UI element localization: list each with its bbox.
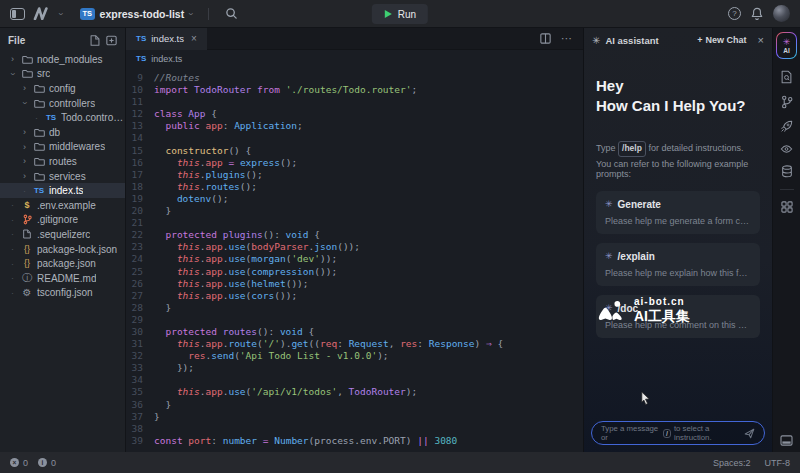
line-number: 36 <box>126 399 154 411</box>
database-icon[interactable] <box>781 165 793 178</box>
chevron-icon: › <box>20 156 29 166</box>
bottom-panel-icon[interactable] <box>780 435 793 446</box>
tree-item[interactable]: ·TSTodo.controller.ts <box>0 110 125 125</box>
line-number: 26 <box>126 278 154 290</box>
json-file-icon: {} <box>24 259 30 268</box>
tree-item[interactable]: ›middlewares <box>0 140 125 155</box>
file-status-dot: · <box>8 259 17 269</box>
ai-sparkle-icon: ✳ <box>783 37 791 47</box>
code-line: 23 this.app.use(bodyParser.json()); <box>126 241 583 253</box>
play-icon <box>384 9 393 19</box>
ai-prompts-intro: You can refer to the following example p… <box>596 159 760 179</box>
prompt-card[interactable]: ✳/explainPlease help me explain how this… <box>596 243 760 286</box>
tab-close-icon[interactable]: × <box>191 33 197 44</box>
folder-icon <box>33 99 45 108</box>
line-number: 38 <box>126 423 154 435</box>
tree-item[interactable]: ›db <box>0 125 125 140</box>
send-icon[interactable] <box>744 428 755 439</box>
code-line: 25 this.app.use(compression()); <box>126 266 583 278</box>
tree-item[interactable]: ·TSindex.ts <box>0 183 125 198</box>
tree-item-label: middlewares <box>49 141 105 152</box>
watermark-name: AI工具集 <box>634 308 690 326</box>
breadcrumb-file: index.ts <box>151 54 182 64</box>
line-number: 32 <box>126 350 154 362</box>
help-icon[interactable]: ? <box>728 7 741 20</box>
tree-item[interactable]: ›routes <box>0 154 125 169</box>
tab-index-ts[interactable]: TS index.ts × <box>126 28 207 50</box>
sidebar-toggle-icon[interactable] <box>10 8 25 20</box>
file-type-icon: TS <box>33 186 45 195</box>
tree-item-label: db <box>49 127 60 138</box>
git-branch-icon[interactable] <box>781 95 793 109</box>
tree-item-label: package-lock.json <box>37 244 117 255</box>
line-number: 9 <box>126 72 154 84</box>
watermark-domain: ai-bot.cn <box>634 296 690 307</box>
help-hint-pre: Type <box>596 143 616 153</box>
tree-item[interactable]: ·.sequelizerc <box>0 227 125 242</box>
chevron-icon: › <box>8 54 17 64</box>
project-switcher[interactable]: TS express-todo-list › <box>80 8 192 20</box>
code-line: 36 } <box>126 399 583 411</box>
chevron-icon: › <box>20 127 29 137</box>
chevron-icon: › <box>20 171 29 181</box>
divider <box>208 8 209 20</box>
input-placeholder-pre: Type a message or <box>601 424 660 442</box>
slash-kbd: / <box>663 429 671 438</box>
sidebar-title: File <box>8 35 25 46</box>
indentation-setting[interactable]: Spaces:2 <box>713 458 751 468</box>
preview-eye-icon[interactable] <box>780 144 793 154</box>
code-line: 37} <box>126 411 583 423</box>
new-file-icon[interactable] <box>90 35 100 46</box>
chevron-icon: › <box>20 83 29 93</box>
breadcrumb[interactable]: TS index.ts <box>126 50 583 67</box>
tree-item[interactable]: ›node_modules <box>0 52 125 67</box>
tree-item[interactable]: ·{}package-lock.json <box>0 242 125 257</box>
user-avatar[interactable] <box>773 5 790 22</box>
code-line: 20 } <box>126 205 583 217</box>
line-number: 19 <box>126 193 154 205</box>
plus-icon: + <box>697 35 702 45</box>
tree-item[interactable]: ·⚙tsconfig.json <box>0 286 125 301</box>
logo-chevron-down-icon[interactable]: › <box>56 12 66 15</box>
file-type-icon: ⓘ <box>21 273 33 283</box>
new-chat-label: New Chat <box>706 35 747 45</box>
ai-panel-title: AI assistant <box>605 35 658 46</box>
new-chat-button[interactable]: + New Chat <box>697 35 746 45</box>
tree-item[interactable]: ·{}package.json <box>0 256 125 271</box>
editor-more-icon[interactable]: ⋯ <box>561 32 573 45</box>
watermark-logo-icon <box>597 300 627 322</box>
ai-message-input[interactable]: Type a message or / to select a instruct… <box>591 421 765 445</box>
tree-item[interactable]: ›controllers <box>0 96 125 111</box>
tree-item[interactable]: ·$.env.example <box>0 198 125 213</box>
apps-grid-icon[interactable] <box>781 201 793 213</box>
tree-item-label: services <box>49 171 86 182</box>
ts-file-icon: TS <box>34 186 44 195</box>
prompt-card[interactable]: ✳GeneratePlease help me generate a form … <box>596 191 760 234</box>
new-folder-icon[interactable] <box>106 35 117 46</box>
encoding-setting[interactable]: UTF-8 <box>765 458 791 468</box>
file-explorer-sidebar: File ›node_modules›src›config›controller… <box>0 28 126 452</box>
search-icon[interactable] <box>225 7 238 20</box>
rail-divider <box>780 189 794 190</box>
ai-panel-close-icon[interactable]: × <box>758 34 764 46</box>
tree-item[interactable]: ›src <box>0 67 125 82</box>
app-logo-icon[interactable] <box>33 7 51 20</box>
line-number: 25 <box>126 266 154 278</box>
run-button[interactable]: Run <box>372 4 428 24</box>
rocket-icon[interactable] <box>780 120 793 133</box>
tree-item[interactable]: ›services <box>0 169 125 184</box>
tree-item[interactable]: ›config <box>0 81 125 96</box>
code-line: 38 <box>126 423 583 435</box>
file-search-icon[interactable] <box>780 70 793 84</box>
split-editor-icon[interactable] <box>540 33 551 44</box>
greeting-line1: Hey <box>596 76 760 96</box>
code-editor[interactable]: 9//Routes10import TodoRouter from './rou… <box>126 67 583 452</box>
file-icon <box>23 229 31 239</box>
rail-ai-assistant-icon[interactable]: ✳ AI <box>776 32 797 59</box>
problems-indicator[interactable]: × 0 i 0 <box>10 458 56 468</box>
tree-item[interactable]: ·.gitignore <box>0 213 125 228</box>
code-line: 33 }); <box>126 362 583 374</box>
json-file-icon: {} <box>24 245 30 254</box>
notifications-bell-icon[interactable] <box>751 7 763 20</box>
tree-item[interactable]: ·ⓘREADME.md <box>0 271 125 286</box>
